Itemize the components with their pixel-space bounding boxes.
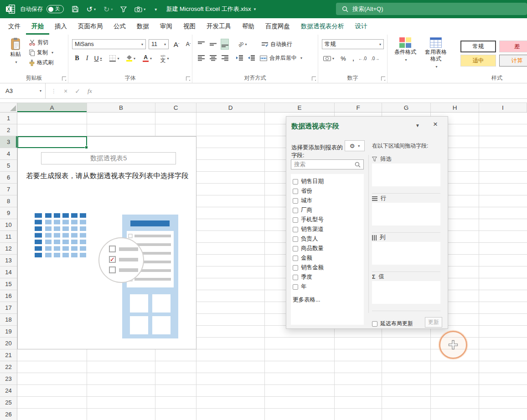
field-checkbox[interactable] (293, 189, 298, 194)
copy-button[interactable]: 复制 ▾ (29, 49, 53, 56)
name-box[interactable]: A3 ▾ (0, 83, 46, 98)
row-header-2[interactable]: 2 (0, 124, 17, 136)
panel-close-icon[interactable]: × (433, 120, 438, 129)
tab-数据[interactable]: 数据 (131, 18, 155, 35)
field-checkbox[interactable] (293, 265, 298, 271)
autosave-toggle[interactable]: 关 (46, 5, 64, 13)
borders-button[interactable]: ▾ (108, 53, 121, 64)
cancel-icon[interactable]: × (64, 87, 67, 95)
tab-开发工具[interactable]: 开发工具 (201, 18, 237, 35)
increase-font-icon[interactable]: Aˆ (172, 39, 181, 50)
row-header-20[interactable]: 20 (0, 338, 17, 349)
search-box[interactable]: 搜索(Alt+Q) (336, 3, 527, 15)
number-dialog-launcher-icon[interactable] (381, 77, 385, 81)
field-item-销售日期[interactable]: 销售日期 (293, 177, 363, 186)
row-header-24[interactable]: 24 (0, 385, 17, 397)
field-item-销售金额[interactable]: 销售金额 (293, 263, 363, 272)
column-header-B[interactable]: B (87, 103, 155, 112)
filter-icon[interactable] (120, 6, 127, 12)
field-checkbox[interactable] (293, 179, 298, 184)
increase-indent-button[interactable] (247, 52, 255, 63)
column-header-D[interactable]: D (196, 103, 265, 112)
decrease-decimal-button[interactable]: .0→ (371, 53, 379, 64)
row-header-23[interactable]: 23 (0, 373, 17, 385)
row-header-13[interactable]: 13 (0, 255, 17, 266)
align-middle-button[interactable] (209, 39, 217, 50)
column-header-C[interactable]: C (155, 103, 196, 112)
tab-帮助[interactable]: 帮助 (237, 18, 260, 35)
column-header-I[interactable]: I (479, 103, 527, 112)
row-header-3[interactable]: 3 (0, 136, 17, 148)
accounting-format-button[interactable]: ▾ (322, 53, 336, 64)
font-name-combo[interactable]: MiSans▾ (72, 39, 146, 49)
comma-style-button[interactable]: , (349, 53, 357, 64)
row-header-6[interactable]: 6 (0, 172, 17, 184)
row-header-4[interactable]: 4 (0, 148, 17, 160)
tab-开始[interactable]: 开始 (26, 18, 49, 35)
excel-app-icon[interactable]: X (5, 4, 16, 14)
row-header-14[interactable]: 14 (0, 266, 17, 278)
field-item-手机型号[interactable]: 手机型号 (293, 215, 363, 225)
underline-button[interactable]: U▾ (92, 53, 104, 64)
font-dialog-launcher-icon[interactable] (186, 77, 190, 81)
field-checkbox[interactable] (293, 246, 298, 251)
merge-center-button[interactable]: 合并后居中 ▾ (260, 54, 302, 62)
field-checkbox[interactable] (293, 275, 298, 280)
field-item-金额[interactable]: 金额 (293, 253, 363, 263)
row-header-26[interactable]: 26 (0, 409, 17, 420)
select-all-corner[interactable] (0, 103, 17, 112)
orientation-button[interactable]: ab▾ (235, 39, 250, 50)
decrease-indent-button[interactable] (235, 52, 243, 63)
tab-设计[interactable]: 设计 (350, 18, 373, 35)
field-checkbox[interactable] (293, 227, 298, 232)
font-color-button[interactable]: A▾ (140, 53, 154, 64)
cell-style-常规[interactable]: 常规 (460, 41, 496, 52)
row-header-7[interactable]: 7 (0, 184, 17, 195)
cell-style-适中[interactable]: 适中 (460, 55, 496, 67)
row-header-17[interactable]: 17 (0, 302, 17, 314)
row-header-12[interactable]: 12 (0, 243, 17, 255)
row-header-1[interactable]: 1 (0, 113, 17, 124)
defer-layout-checkbox[interactable] (372, 321, 377, 327)
increase-decimal-button[interactable]: ←.0 (358, 53, 367, 64)
row-header-10[interactable]: 10 (0, 219, 17, 231)
row-header-18[interactable]: 18 (0, 314, 17, 326)
align-top-button[interactable] (197, 39, 205, 50)
camera-icon[interactable]: ▾ (134, 6, 145, 12)
row-header-25[interactable]: 25 (0, 397, 17, 409)
tab-数据透视表分析[interactable]: 数据透视表分析 (295, 18, 350, 35)
clipboard-dialog-launcher-icon[interactable] (62, 77, 66, 81)
field-checkbox[interactable] (293, 198, 298, 204)
undo-icon[interactable]: ↺▾ (87, 5, 96, 14)
fill-handle[interactable] (85, 146, 88, 149)
field-checkbox[interactable] (293, 208, 298, 213)
cell-style-差[interactable]: 差 (499, 41, 527, 52)
column-header-A[interactable]: A (17, 103, 87, 112)
namebox-dropdown-icon[interactable]: ▾ (40, 89, 41, 93)
row-header-9[interactable]: 9 (0, 207, 17, 219)
area-dropzone-值[interactable] (372, 281, 440, 304)
format-as-table-button[interactable]: 套用表格格式 ▾ (421, 37, 450, 70)
row-header-15[interactable]: 15 (0, 278, 17, 290)
update-button[interactable]: 更新 (425, 317, 442, 328)
area-dropzone-筛选[interactable] (372, 164, 440, 186)
conditional-dropdown-icon[interactable]: ▾ (405, 56, 407, 63)
merge-dropdown-icon[interactable]: ▾ (300, 56, 302, 60)
save-icon[interactable] (72, 5, 79, 13)
row-header-22[interactable]: 22 (0, 361, 17, 373)
panel-options-chevron-icon[interactable]: ▼ (415, 123, 420, 128)
row-header-16[interactable]: 16 (0, 290, 17, 302)
more-tables-link[interactable]: 更多表格... (293, 296, 363, 304)
copy-dropdown-icon[interactable]: ▾ (52, 51, 53, 55)
column-header-E[interactable]: E (265, 103, 335, 112)
field-item-负责人[interactable]: 负责人 (293, 234, 363, 244)
tools-gear-button[interactable]: ⚙▾ (345, 140, 365, 151)
phonetic-guide-button[interactable]: win文▾ (157, 53, 172, 64)
format-painter-button[interactable]: 格式刷 (29, 59, 53, 67)
quick-access-chevron-icon[interactable]: ▾ (153, 7, 157, 12)
area-dropzone-行[interactable] (372, 203, 440, 225)
paste-button[interactable]: 粘贴 ▾ (5, 37, 26, 66)
field-item-销售渠道[interactable]: 销售渠道 (293, 225, 363, 234)
align-right-button[interactable] (221, 52, 229, 63)
column-header-H[interactable]: H (431, 103, 479, 112)
